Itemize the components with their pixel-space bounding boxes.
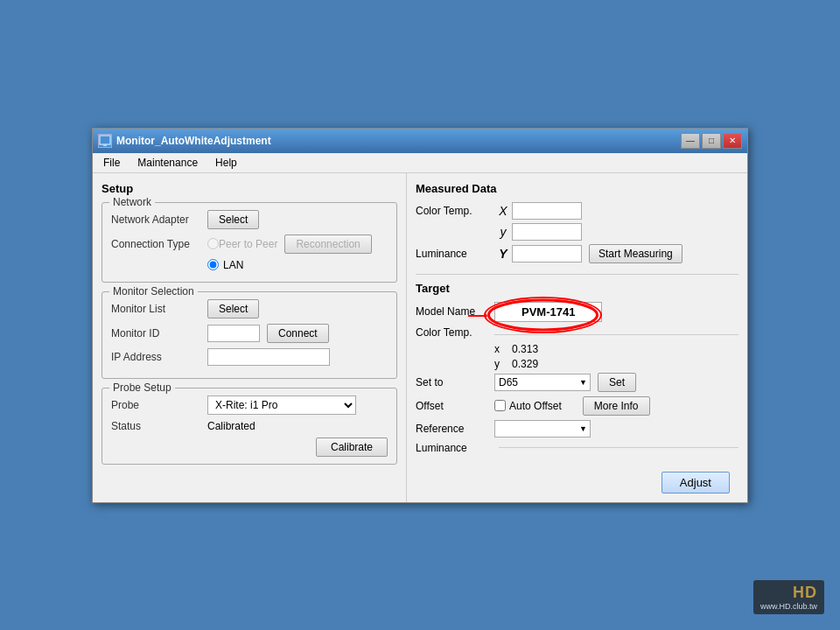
status-value: Calibrated — [207, 420, 256, 432]
y-coord-row: y — [416, 223, 738, 241]
monitor-id-label: Monitor ID — [111, 327, 207, 340]
color-temp-target-row: Color Temp. — [416, 326, 738, 339]
monitor-list-row: Monitor List Select — [111, 299, 388, 318]
monitor-id-input[interactable]: 10 — [207, 325, 260, 342]
watermark-site: www.HD.club.tw — [760, 602, 817, 611]
network-adapter-select-button[interactable]: Select — [207, 210, 259, 229]
y-coord-label: y — [494, 358, 512, 370]
monitor-id-row: Monitor ID 10 Connect — [111, 324, 388, 343]
model-name-container: PVM-1741 — [494, 302, 602, 322]
lan-label: LAN — [223, 259, 243, 271]
adjust-row: Adjust — [416, 472, 738, 494]
probe-select[interactable]: X-Rite: i1 Pro Other Probe — [207, 396, 356, 415]
monitor-list-select-button[interactable]: Select — [207, 299, 259, 318]
reference-select[interactable] — [494, 420, 591, 438]
reference-label: Reference — [416, 423, 494, 435]
model-name-label: Model Name — [416, 305, 494, 318]
watermark-box: HD www.HD.club.tw — [753, 580, 824, 614]
panels-row: Setup Network Network Adapter Select Con… — [93, 173, 747, 502]
luminance-target-row: Luminance — [416, 442, 738, 454]
svg-rect-0 — [100, 136, 110, 144]
offset-label: Offset — [416, 400, 494, 412]
monitor-list-label: Monitor List — [111, 303, 207, 315]
auto-offset-label: Auto Offset — [509, 400, 562, 412]
probe-row: Probe X-Rite: i1 Pro Other Probe — [111, 396, 388, 415]
application-window: Monitor_AutoWhiteAdjustment — □ ✕ File M… — [92, 128, 748, 503]
set-to-row: Set to D65 D50 D55 D93 Custom ▼ Set — [416, 373, 738, 392]
model-name-value: PVM-1741 — [494, 302, 602, 322]
Y-input[interactable] — [512, 245, 582, 262]
set-to-select[interactable]: D65 D50 D55 D93 Custom — [494, 374, 591, 391]
setup-title: Setup — [102, 182, 397, 195]
lan-row: LAN — [207, 259, 388, 271]
offset-row: Offset Auto Offset More Info — [416, 396, 738, 416]
probe-setup-label: Probe Setup — [109, 382, 175, 394]
reference-row: Reference ▼ — [416, 420, 738, 438]
more-info-button[interactable]: More Info — [583, 396, 650, 416]
ip-address-label: IP Address — [111, 351, 207, 363]
luminance-row: Luminance Y Start Measuring — [416, 244, 738, 263]
watermark-hd: HD — [760, 584, 817, 602]
color-temp-label: Color Temp. — [416, 205, 494, 217]
menu-help[interactable]: Help — [212, 155, 241, 171]
target-title: Target — [416, 282, 738, 295]
color-temp-divider — [494, 334, 738, 335]
luminance-target-label: Luminance — [416, 442, 494, 454]
model-name-row: Model Name PVM-1741 — [416, 302, 738, 322]
probe-setup-group: Probe Setup Probe X-Rite: i1 Pro Other P… — [102, 388, 397, 465]
network-adapter-label: Network Adapter — [111, 214, 207, 226]
x-coord-row: x 0.313 — [494, 343, 738, 355]
menu-maintenance[interactable]: Maintenance — [134, 155, 201, 171]
y-coord-target-row: y 0.329 — [494, 358, 738, 370]
watermark: HD www.HD.club.tw — [753, 580, 824, 614]
ip-address-row: IP Address 192.168.1.10 — [111, 348, 388, 366]
set-to-label: Set to — [416, 376, 494, 388]
auto-offset-checkbox-label: Auto Offset — [494, 400, 562, 412]
svg-rect-1 — [103, 144, 107, 146]
title-bar-left: Monitor_AutoWhiteAdjustment — [98, 134, 271, 148]
target-section: Model Name PVM-1741 — [416, 302, 738, 454]
luminance-divider — [499, 447, 738, 448]
calibrate-button[interactable]: Calibrate — [316, 438, 388, 457]
close-button[interactable]: ✕ — [723, 133, 742, 149]
reference-dropdown-wrapper: ▼ — [494, 420, 591, 438]
y-input[interactable] — [512, 223, 582, 241]
minimize-button[interactable]: — — [681, 133, 700, 149]
y-coord-value: 0.329 — [512, 358, 538, 370]
status-label: Status — [111, 420, 207, 432]
probe-dropdown-wrapper: X-Rite: i1 Pro Other Probe — [207, 396, 356, 415]
status-row: Status Calibrated — [111, 420, 388, 432]
right-panel: Measured Data Color Temp. X y Luminance — [407, 173, 747, 502]
y-label: y — [494, 225, 512, 239]
start-measuring-button[interactable]: Start Measuring — [589, 244, 682, 263]
menu-bar: File Maintenance Help — [93, 153, 747, 173]
adjust-button[interactable]: Adjust — [662, 472, 730, 494]
reconnection-button[interactable]: Reconnection — [284, 234, 371, 254]
ip-address-input[interactable]: 192.168.1.10 — [207, 348, 330, 366]
Y-label: Y — [494, 247, 512, 261]
color-temp-row: Color Temp. X — [416, 202, 738, 220]
network-group-label: Network — [109, 196, 155, 208]
luminance-label: Luminance — [416, 248, 494, 260]
main-content: Setup Network Network Adapter Select Con… — [93, 173, 747, 502]
network-group: Network Network Adapter Select Connectio… — [102, 202, 397, 283]
window-title: Monitor_AutoWhiteAdjustment — [116, 135, 271, 147]
monitor-selection-label: Monitor Selection — [109, 285, 198, 298]
set-button[interactable]: Set — [598, 373, 636, 392]
maximize-button[interactable]: □ — [702, 133, 721, 149]
separator-1 — [416, 274, 738, 275]
x-coord-label: x — [494, 343, 512, 355]
calibrate-row: Calibrate — [111, 438, 388, 457]
title-bar: Monitor_AutoWhiteAdjustment — □ ✕ — [93, 129, 747, 153]
connection-type-label: Connection Type — [111, 238, 207, 250]
peer-to-peer-radio[interactable] — [207, 238, 219, 249]
connect-button[interactable]: Connect — [267, 324, 329, 343]
network-adapter-row: Network Adapter Select — [111, 210, 388, 229]
left-panel: Setup Network Network Adapter Select Con… — [93, 173, 407, 502]
auto-offset-checkbox[interactable] — [494, 400, 506, 411]
color-temp-target-label: Color Temp. — [416, 326, 494, 339]
window-controls: — □ ✕ — [681, 133, 742, 149]
lan-radio[interactable] — [207, 259, 219, 270]
menu-file[interactable]: File — [100, 155, 123, 171]
x-input[interactable] — [512, 202, 582, 220]
